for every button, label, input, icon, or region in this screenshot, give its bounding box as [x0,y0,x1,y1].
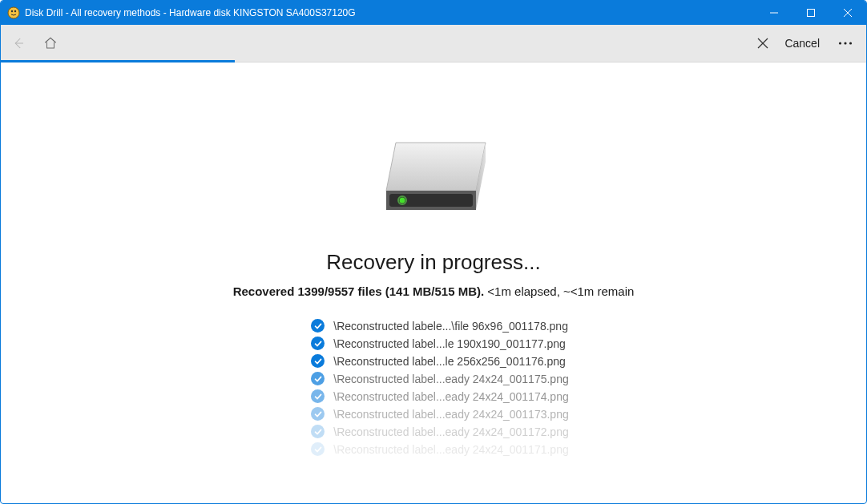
disk-drive-icon [365,135,502,226]
file-row: \Reconstructed label...eady 24x24_001172… [311,425,568,438]
file-row: \Reconstructed label...eady 24x24_001175… [311,372,568,385]
file-row: \Reconstructed label...eady 24x24_001173… [311,407,568,421]
svg-marker-13 [386,143,486,191]
file-path: \Reconstructed label...eady 24x24_001173… [333,408,568,421]
file-path: \Reconstructed label...le 190x190_001177… [333,337,566,350]
cancel-button[interactable]: Cancel [749,37,831,50]
svg-point-2 [14,10,16,12]
minimize-button[interactable] [756,1,792,25]
file-path: \Reconstructed label...eady 24x24_001174… [333,390,568,403]
maximize-button[interactable] [792,1,829,25]
svg-point-11 [844,42,846,44]
svg-point-1 [11,10,13,12]
svg-rect-4 [808,10,815,17]
file-list: \Reconstructed labele...\file 96x96_0011… [311,319,568,456]
file-row: \Reconstructed label...le 190x190_001177… [311,337,566,350]
file-path: \Reconstructed label...eady 24x24_001172… [333,425,568,438]
main-content: Recovery in progress... Recovered 1399/9… [1,62,866,503]
file-path: \Reconstructed label...eady 24x24_001175… [333,373,568,385]
svg-point-17 [400,198,405,204]
check-icon [311,319,325,333]
file-path: \Reconstructed label...eady 24x24_001171… [333,443,568,456]
app-icon [7,6,20,19]
titlebar: Disk Drill - All recovery methods - Hard… [1,1,866,25]
file-row: \Reconstructed labele...\file 96x96_0011… [311,319,568,333]
check-icon [311,425,325,438]
close-icon [749,38,776,49]
status-bold: Recovered 1399/9557 files (141 MB/515 MB… [233,284,485,298]
status-line: Recovered 1399/9557 files (141 MB/515 MB… [233,284,635,298]
window-title: Disk Drill - All recovery methods - Hard… [25,7,356,18]
file-row: \Reconstructed label...le 256x256_001176… [311,354,566,368]
home-button[interactable] [34,27,67,59]
window-controls [756,1,866,25]
check-icon [311,372,325,385]
cancel-label: Cancel [784,37,820,50]
back-button[interactable] [2,27,34,59]
more-button[interactable] [831,27,860,59]
svg-point-10 [839,42,841,44]
check-icon [311,389,325,403]
status-rest: <1m elapsed, ~<1m remain [484,284,634,298]
close-window-button[interactable] [829,1,866,25]
file-row: \Reconstructed label...eady 24x24_001174… [311,389,568,403]
check-icon [311,407,325,421]
svg-point-0 [8,7,19,18]
file-row: \Reconstructed label...eady 24x24_001171… [311,442,568,456]
svg-point-12 [849,42,852,44]
check-icon [311,442,325,456]
file-path: \Reconstructed label...le 256x256_001176… [333,355,566,368]
toolbar: Cancel [1,25,866,62]
progress-indicator [1,60,235,62]
page-title: Recovery in progress... [326,250,540,275]
check-icon [311,354,325,368]
file-path: \Reconstructed labele...\file 96x96_0011… [333,320,568,333]
check-icon [311,337,325,350]
